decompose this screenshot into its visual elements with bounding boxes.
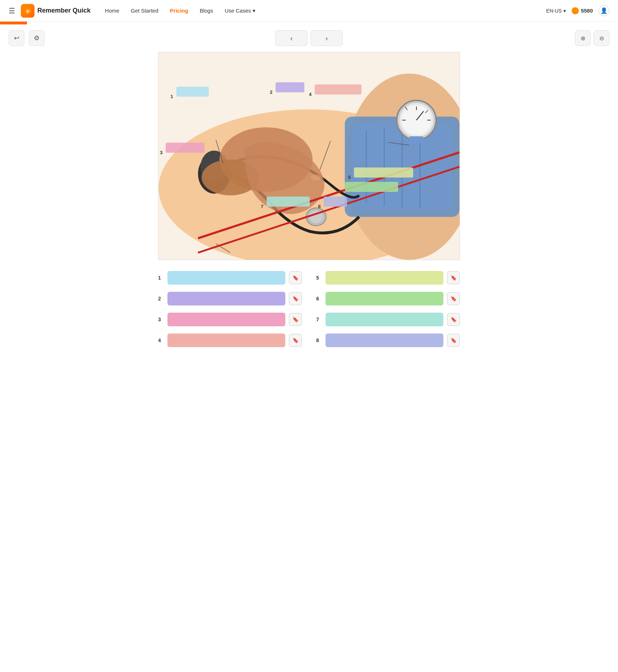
answer-num-2: 2: [158, 296, 164, 302]
label-4: [315, 84, 361, 95]
answer-row-5: 5 🔖: [316, 271, 460, 285]
prev-button[interactable]: ‹: [275, 30, 308, 46]
svg-point-26: [311, 175, 322, 180]
nav-links: Home Get Started Pricing Blogs Use Cases…: [105, 8, 255, 14]
toolbar-left: ↩ ⚙: [9, 30, 45, 46]
next-button[interactable]: ›: [310, 30, 343, 46]
user-profile-icon[interactable]: 👤: [599, 5, 609, 16]
nav-blogs[interactable]: Blogs: [200, 8, 213, 14]
label-3: [166, 143, 204, 153]
bookmark-icon-6: 🔖: [451, 296, 457, 302]
answer-input-5[interactable]: [326, 271, 443, 285]
main-content: 1 2 3 4 5 6: [0, 52, 618, 362]
answer-input-2[interactable]: [167, 292, 285, 305]
language-selector[interactable]: EN-US ▾: [546, 8, 566, 14]
diagram-container: 1 2 3 4 5 6: [158, 52, 460, 260]
answer-input-6[interactable]: [326, 292, 443, 305]
lang-dropdown-icon: ▾: [563, 8, 566, 14]
answer-bookmark-8[interactable]: 🔖: [447, 334, 460, 347]
bookmark-icon-5: 🔖: [451, 275, 457, 281]
undo-button[interactable]: ↩: [9, 30, 24, 46]
zoom-in-button[interactable]: ⊕: [575, 30, 591, 46]
label-6: [345, 182, 398, 192]
nav-home[interactable]: Home: [105, 8, 119, 14]
answer-bookmark-3[interactable]: 🔖: [289, 313, 302, 326]
answer-row-1: 1 🔖: [158, 271, 302, 285]
bookmark-icon-1: 🔖: [292, 275, 299, 281]
answer-bookmark-5[interactable]: 🔖: [447, 271, 460, 284]
toolbar: ↩ ⚙ ‹ › ⊕ ⊖: [0, 24, 618, 52]
navbar: ☰ Remember Quick Home Get Started Pricin…: [0, 0, 618, 22]
svg-rect-19: [409, 136, 424, 143]
label-1: [176, 87, 209, 97]
answer-row-8: 8 🔖: [316, 333, 460, 347]
diagram-image: 1 2 3 4 5 6: [158, 52, 460, 260]
answer-num-7: 7: [316, 317, 322, 322]
answer-num-4: 4: [158, 337, 164, 343]
zoom-out-button[interactable]: ⊖: [594, 30, 609, 46]
answer-row-4: 4 🔖: [158, 333, 302, 347]
undo-icon: ↩: [14, 34, 19, 42]
settings-icon: ⚙: [34, 34, 40, 42]
nav-right: EN-US ▾ 5580 👤: [546, 5, 609, 16]
svg-point-1: [27, 11, 28, 13]
answer-bookmark-7[interactable]: 🔖: [447, 313, 460, 326]
next-icon: ›: [326, 34, 328, 42]
nav-use-cases[interactable]: Use Cases ▾: [225, 8, 255, 14]
bookmark-icon-4: 🔖: [292, 337, 299, 343]
answer-row-6: 6 🔖: [316, 292, 460, 305]
diagram-svg: [158, 52, 460, 260]
credits-value: 5580: [581, 8, 593, 14]
answer-input-7[interactable]: [326, 313, 443, 326]
answer-bookmark-1[interactable]: 🔖: [289, 271, 302, 284]
prev-icon: ‹: [290, 34, 293, 42]
answer-num-8: 8: [316, 337, 322, 343]
answer-input-8[interactable]: [326, 333, 443, 347]
toolbar-right: ⊕ ⊖: [575, 30, 609, 46]
logo-text: Remember Quick: [37, 7, 91, 14]
toolbar-center: ‹ ›: [275, 30, 343, 46]
answer-num-1: 1: [158, 275, 164, 281]
answer-input-4[interactable]: [167, 333, 285, 347]
bookmark-icon-7: 🔖: [451, 317, 457, 322]
answer-input-3[interactable]: [167, 313, 285, 326]
answer-bookmark-4[interactable]: 🔖: [289, 334, 302, 347]
answer-row-3: 3 🔖: [158, 313, 302, 326]
label-7: [267, 197, 310, 207]
answer-bookmark-2[interactable]: 🔖: [289, 292, 302, 305]
zoom-out-icon: ⊖: [599, 35, 604, 42]
answer-area: 1 🔖 5 🔖 2 🔖 6 🔖: [158, 271, 460, 347]
answer-row-7: 7 🔖: [316, 313, 460, 326]
settings-button[interactable]: ⚙: [29, 30, 45, 46]
nav-get-started[interactable]: Get Started: [131, 8, 158, 14]
answer-num-6: 6: [316, 296, 322, 302]
label-2: [276, 82, 304, 92]
progress-bar: [0, 22, 27, 24]
logo[interactable]: Remember Quick: [21, 4, 91, 18]
answer-num-5: 5: [316, 275, 322, 281]
answer-bookmark-6[interactable]: 🔖: [447, 292, 460, 305]
bookmark-icon-2: 🔖: [292, 296, 299, 302]
bookmark-icon-3: 🔖: [292, 317, 299, 322]
answer-num-3: 3: [158, 317, 164, 322]
credits-coin-icon: [572, 7, 579, 14]
answer-row-2: 2 🔖: [158, 292, 302, 305]
label-8: [324, 197, 347, 207]
bookmark-icon-8: 🔖: [451, 337, 457, 343]
hamburger-menu[interactable]: ☰: [9, 6, 15, 15]
label-5: [354, 167, 413, 178]
nav-pricing[interactable]: Pricing: [170, 8, 188, 14]
dropdown-arrow-icon: ▾: [253, 8, 255, 14]
logo-icon: [21, 4, 34, 18]
zoom-in-icon: ⊕: [581, 35, 585, 42]
answer-input-1[interactable]: [167, 271, 285, 285]
credits-display: 5580: [572, 7, 593, 14]
